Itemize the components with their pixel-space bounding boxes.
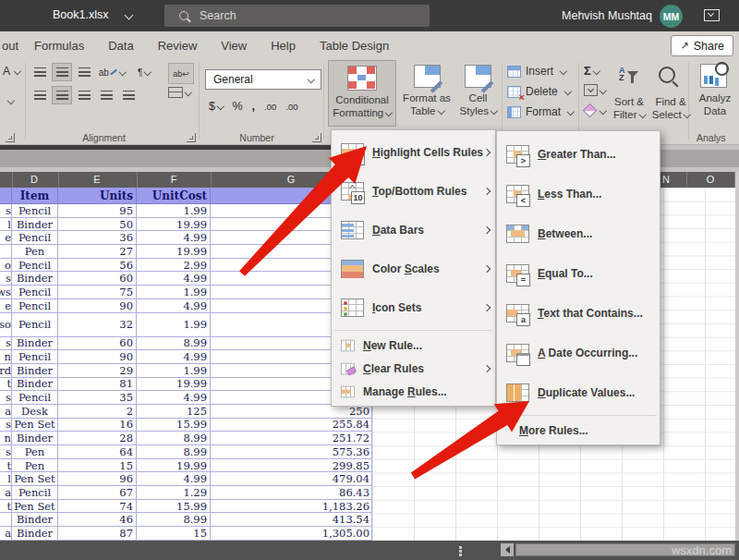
table-header-unitcost[interactable]: UnitCost [137,188,211,203]
cell-fragment[interactable]: n [0,432,12,444]
cell-item[interactable]: Binder [12,513,58,526]
cell-units[interactable]: 67 [58,486,137,499]
increase-indent-button[interactable] [118,86,139,104]
tab-view[interactable]: View [221,39,247,53]
format-as-table-button[interactable]: Format as Table [400,60,454,127]
cell-item[interactable]: Binder [12,337,58,350]
menu-item-a-date-occurring[interactable]: A Date Occurring... [497,333,660,372]
cell-fragment[interactable]: l [0,472,12,485]
font-dialog-launcher-icon[interactable] [6,133,15,142]
share-button[interactable]: ↗ Share [671,35,733,56]
cell-item[interactable]: Pencil [12,391,58,404]
menu-item-equal-to[interactable]: =Equal To... [497,253,660,293]
cell-cost[interactable]: 8.99 [137,337,211,350]
cell-cost[interactable]: 8.99 [137,513,211,526]
column-header-d[interactable]: D [23,174,45,185]
cell-units[interactable]: 56 [58,259,137,272]
cell-item[interactable]: Pencil [12,231,58,244]
decrease-decimal-button[interactable]: .00 [285,102,297,112]
table-header-fragment[interactable] [0,188,12,203]
cell-item[interactable]: Binder [12,527,58,540]
cell-cost[interactable]: 8.99 [137,445,211,458]
cell-units[interactable]: 90 [58,350,137,363]
cell-fragment[interactable]: ws [0,286,12,298]
align-right-button[interactable] [74,86,94,104]
align-left-button[interactable] [30,86,50,104]
cell-fragment[interactable]: a [0,486,12,499]
cell-units[interactable]: 16 [58,419,137,432]
clear-button[interactable] [585,105,606,116]
cell-fragment[interactable]: s [0,391,12,404]
top-align-button[interactable] [30,63,50,81]
analyze-data-button[interactable] [700,64,727,88]
cell-fragment[interactable]: s [0,445,12,458]
user-name[interactable]: Mehvish Mushtaq [562,9,652,22]
menu-item-icon-sets[interactable]: Icon Sets [332,288,495,327]
cell-units[interactable]: 90 [58,299,137,312]
workbook-title-caret-icon[interactable] [125,11,134,20]
cell-fragment[interactable]: s [0,272,12,285]
cell-item[interactable]: Pencil [12,286,58,298]
decrease-indent-button[interactable] [96,86,116,104]
cell-fragment[interactable]: rd [0,364,12,377]
menu-item-between[interactable]: Between... [497,213,660,253]
cell-cost[interactable]: 4.99 [137,472,211,485]
cell-cost[interactable]: 15.99 [137,500,211,513]
cell-units[interactable]: 15 [58,459,137,472]
cell-total[interactable]: 575.36 [211,445,372,458]
fill-button[interactable] [584,84,606,96]
cell-units[interactable]: 46 [58,513,137,526]
cell-units[interactable]: 50 [58,218,137,231]
cell-units[interactable]: 74 [58,500,137,513]
cell-fragment[interactable] [0,245,12,258]
cell-cost[interactable]: 4.99 [137,350,211,363]
drag-dots-icon[interactable] [459,546,462,549]
cell-units[interactable]: 64 [58,445,137,458]
cell-cost[interactable]: 4.99 [137,231,211,244]
cell-total[interactable]: 413.54 [211,513,372,526]
menu-item-highlight-cells-rules[interactable]: ≤Highlight Cells Rules [332,133,495,172]
table-header-item[interactable]: Item [12,188,58,203]
cell-item[interactable]: Binder [12,378,58,391]
analyze-data-label[interactable]: Analyz Data [693,91,737,117]
cell-cost[interactable]: 15 [137,527,211,540]
cell-fragment[interactable]: t [0,378,12,391]
cell-cost[interactable]: 2.99 [137,259,211,272]
cell-cost[interactable]: 1.99 [137,364,211,377]
cell-units[interactable]: 28 [58,432,137,444]
menu-item-new-rule[interactable]: New Rule... [332,334,495,357]
cell-units[interactable]: 81 [58,378,137,391]
cell-units[interactable]: 96 [58,472,137,485]
cell-item[interactable]: Pencil [12,350,58,363]
ribbon-display-options-icon[interactable] [704,9,720,21]
menu-item-greater-than[interactable]: >Greater Than... [497,134,660,174]
column-header-g[interactable]: G [280,174,302,185]
number-format-select[interactable]: General [205,69,321,90]
cell-fragment[interactable]: s [0,337,12,350]
cell-units[interactable]: 27 [58,245,137,258]
tab-data[interactable]: Data [108,39,133,53]
cell-cost[interactable]: 19.99 [137,245,211,258]
cell-item[interactable]: Binder [12,218,58,231]
cell-total[interactable]: 251.72 [211,432,372,444]
cell-units[interactable]: 2 [58,405,137,418]
cell-fragment[interactable] [0,513,12,526]
column-header-f[interactable]: F [163,174,185,185]
menu-item-less-than[interactable]: <Less Than... [497,174,660,213]
cell-cost[interactable]: 19.99 [137,218,211,231]
cell-fragment[interactable]: e [0,299,12,312]
wrap-text-button[interactable]: ab↩ [168,63,194,84]
number-dialog-launcher-icon[interactable] [312,133,321,142]
cell-total[interactable]: 299.85 [211,459,372,472]
menu-item-data-bars[interactable]: Data Bars [332,211,495,250]
autosum-button[interactable]: Σ [584,64,599,78]
cell-item[interactable]: Pencil [12,204,58,217]
cell-fragment[interactable]: a [0,527,12,540]
cell-cost[interactable]: 1.99 [137,313,211,336]
cell-fragment[interactable]: t [0,459,12,472]
middle-align-button[interactable] [52,63,72,81]
menu-item-manage-rules[interactable]: Manage Rules... [332,380,495,403]
bottom-align-button[interactable] [74,63,94,81]
cell-units[interactable]: 35 [58,391,137,404]
cell-item[interactable]: Pen [12,245,58,258]
